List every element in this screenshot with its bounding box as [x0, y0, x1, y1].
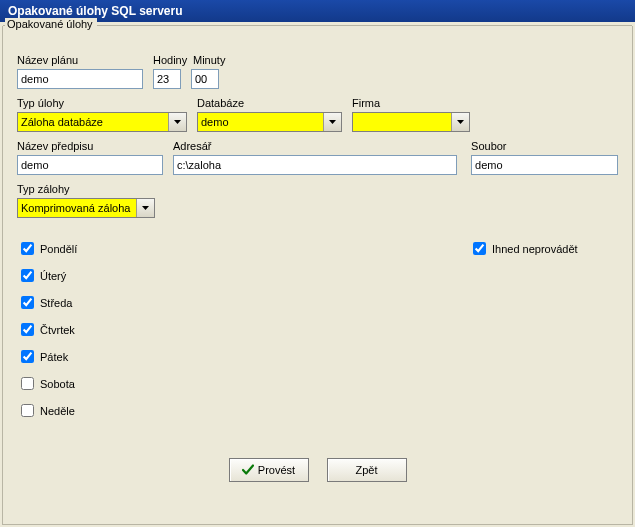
combo-typ-zalohy-value: Komprimovaná záloha — [21, 202, 130, 214]
checkbox-sobota[interactable] — [21, 377, 34, 390]
groupbox-opakovane-ulohy: Opakované úlohy Název plánu Hodiny Minut… — [2, 26, 633, 525]
label-sobota: Sobota — [40, 378, 75, 390]
input-nazev-planu[interactable] — [17, 69, 143, 89]
combo-typ-ulohy-value: Záloha databáze — [21, 116, 103, 128]
provest-button[interactable]: Provést — [229, 458, 309, 482]
chevron-down-icon — [323, 113, 341, 131]
label-hodiny: Hodiny — [153, 54, 187, 66]
label-typ-zalohy: Typ zálohy — [17, 183, 155, 195]
label-minuty: Minuty — [193, 54, 225, 66]
combo-typ-zalohy[interactable]: Komprimovaná záloha — [17, 198, 155, 218]
label-pondeli: Pondělí — [40, 243, 77, 255]
checkbox-pondeli[interactable] — [21, 242, 34, 255]
label-nazev-predpisu: Název předpisu — [17, 140, 163, 152]
label-soubor: Soubor — [471, 140, 618, 152]
input-soubor[interactable] — [471, 155, 618, 175]
label-streda: Středa — [40, 297, 72, 309]
label-patek: Pátek — [40, 351, 68, 363]
checkbox-patek[interactable] — [21, 350, 34, 363]
input-hodiny[interactable] — [153, 69, 181, 89]
checkbox-utery[interactable] — [21, 269, 34, 282]
checkbox-ihned-neprovadet[interactable] — [473, 242, 486, 255]
chevron-down-icon — [451, 113, 469, 131]
checkbox-ctvrtek[interactable] — [21, 323, 34, 336]
label-adresar: Adresář — [173, 140, 457, 152]
combo-databaze[interactable]: demo — [197, 112, 342, 132]
checkbox-nedele[interactable] — [21, 404, 34, 417]
label-firma: Firma — [352, 97, 470, 109]
input-nazev-predpisu[interactable] — [17, 155, 163, 175]
combo-databaze-value: demo — [201, 116, 229, 128]
zpet-button-label: Zpět — [355, 464, 377, 476]
label-databaze: Databáze — [197, 97, 342, 109]
provest-button-label: Provést — [258, 464, 295, 476]
chevron-down-icon — [168, 113, 186, 131]
chevron-down-icon — [136, 199, 154, 217]
label-nedele: Neděle — [40, 405, 75, 417]
checkbox-streda[interactable] — [21, 296, 34, 309]
label-nazev-planu: Název plánu — [17, 54, 143, 66]
input-minuty[interactable] — [191, 69, 219, 89]
check-icon — [242, 464, 254, 476]
label-ctvrtek: Čtvrtek — [40, 324, 75, 336]
zpet-button[interactable]: Zpět — [327, 458, 407, 482]
label-utery: Úterý — [40, 270, 66, 282]
input-adresar[interactable] — [173, 155, 457, 175]
combo-typ-ulohy[interactable]: Záloha databáze — [17, 112, 187, 132]
label-ihned-neprovadet: Ihned neprovádět — [492, 243, 578, 255]
label-typ-ulohy: Typ úlohy — [17, 97, 187, 109]
groupbox-title: Opakované úlohy — [5, 18, 97, 30]
combo-firma[interactable] — [352, 112, 470, 132]
